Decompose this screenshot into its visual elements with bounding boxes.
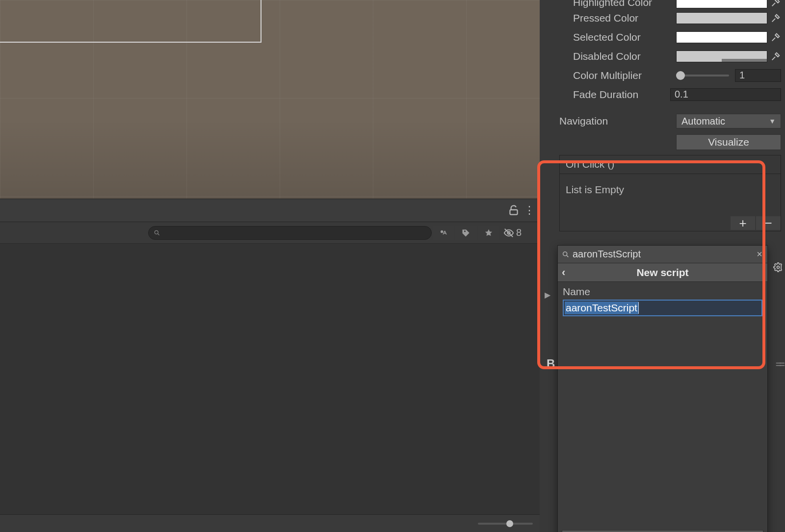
svg-point-2: [441, 230, 443, 232]
navigation-dropdown[interactable]: Automatic ▼: [676, 114, 781, 128]
events-footer: + −: [560, 215, 781, 231]
scene-view[interactable]: [0, 0, 540, 199]
property-label: Selected Color: [573, 31, 676, 43]
popup-search-row: ×: [558, 246, 767, 263]
kebab-menu-icon[interactable]: ⋮: [523, 204, 536, 217]
popup-search-input[interactable]: [573, 249, 756, 260]
slider-knob[interactable]: [676, 71, 685, 80]
property-row-navigation: Navigation Automatic ▼: [540, 111, 785, 131]
popup-body: Name aaronTestScript: [558, 282, 767, 316]
clear-search-icon[interactable]: ×: [756, 249, 763, 260]
color-multiplier-slider[interactable]: [676, 75, 729, 76]
remove-event-button[interactable]: −: [756, 216, 781, 230]
property-row-color-multiplier: Color Multiplier 1: [540, 66, 785, 85]
scene-selection-rect: [0, 0, 262, 43]
filter-favorite-button[interactable]: [478, 226, 499, 240]
property-row-disabled-color: Disabled Color: [540, 47, 785, 66]
search-icon: [154, 229, 160, 236]
filter-type-button[interactable]: [433, 226, 454, 240]
property-row-pressed-color: Pressed Color: [540, 8, 785, 27]
unlock-icon[interactable]: [507, 204, 520, 217]
fade-duration-value[interactable]: 0.1: [670, 88, 781, 101]
hidden-count-value: 8: [516, 227, 522, 238]
thumbnail-zoom-slider[interactable]: [478, 523, 533, 525]
color-field-pressed[interactable]: [676, 12, 767, 24]
property-label: Navigation: [559, 115, 676, 127]
filter-label-button[interactable]: [455, 226, 477, 240]
search-icon: [562, 251, 570, 258]
panel-toolbar: ⋮: [0, 199, 540, 222]
eyedropper-icon[interactable]: [770, 32, 781, 43]
eyedropper-icon[interactable]: [770, 51, 781, 62]
component-settings-icon[interactable]: [771, 260, 785, 275]
property-label: Fade Duration: [573, 89, 670, 101]
property-row-highlighted-color: Highlighted Color: [540, 0, 785, 8]
create-and-add-button[interactable]: Create and Add: [562, 530, 763, 532]
script-name-input[interactable]: aaronTestScript: [563, 300, 762, 316]
project-footer: [0, 514, 540, 532]
popup-header: ‹ New script: [558, 263, 767, 282]
hidden-eye-icon: [503, 228, 514, 238]
panel-search-toolbar: 8: [0, 222, 540, 244]
color-field-highlighted[interactable]: [676, 0, 767, 8]
eyedropper-icon[interactable]: [770, 13, 781, 24]
property-label: Pressed Color: [573, 12, 676, 24]
name-field-label: Name: [563, 286, 762, 298]
property-label: Color Multiplier: [573, 70, 676, 81]
chevron-down-icon: ▼: [769, 117, 776, 125]
hidden-items-indicator[interactable]: 8: [500, 227, 524, 238]
color-field-disabled[interactable]: [676, 51, 767, 62]
back-icon[interactable]: ‹: [562, 266, 574, 278]
onclick-events-box: On Click () List is Empty + −: [559, 155, 781, 231]
dropdown-value: Automatic: [681, 116, 725, 127]
svg-point-1: [155, 230, 158, 234]
property-row-selected-color: Selected Color: [540, 27, 785, 47]
script-name-selected-text: aaronTestScript: [565, 302, 638, 314]
svg-point-5: [563, 252, 567, 255]
project-search-input[interactable]: [148, 226, 432, 240]
property-label: Highlighted Color: [573, 0, 676, 8]
property-row-fade-duration: Fade Duration 0.1: [540, 85, 785, 104]
expand-triangle-icon[interactable]: ▶: [545, 290, 550, 300]
events-header: On Click (): [560, 155, 781, 174]
slider-knob[interactable]: [506, 520, 513, 527]
popup-title: New script: [636, 267, 688, 279]
add-component-popup: × ‹ New script Name aaronTestScript Crea…: [557, 245, 768, 532]
popup-spacer: [558, 316, 767, 527]
add-event-button[interactable]: +: [731, 216, 755, 230]
drag-handle-icon[interactable]: ==: [776, 359, 783, 370]
project-grid[interactable]: [0, 244, 540, 518]
project-panel: ⋮ 8: [0, 199, 540, 532]
property-label: Disabled Color: [573, 51, 676, 62]
svg-point-4: [777, 266, 780, 269]
svg-rect-0: [510, 210, 517, 215]
color-field-selected[interactable]: [676, 31, 767, 43]
visualize-button[interactable]: Visualize: [676, 134, 781, 150]
component-initial-b: B: [547, 357, 555, 371]
eyedropper-icon[interactable]: [770, 0, 781, 8]
color-multiplier-value[interactable]: 1: [735, 69, 781, 82]
events-empty-text: List is Empty: [560, 174, 781, 215]
